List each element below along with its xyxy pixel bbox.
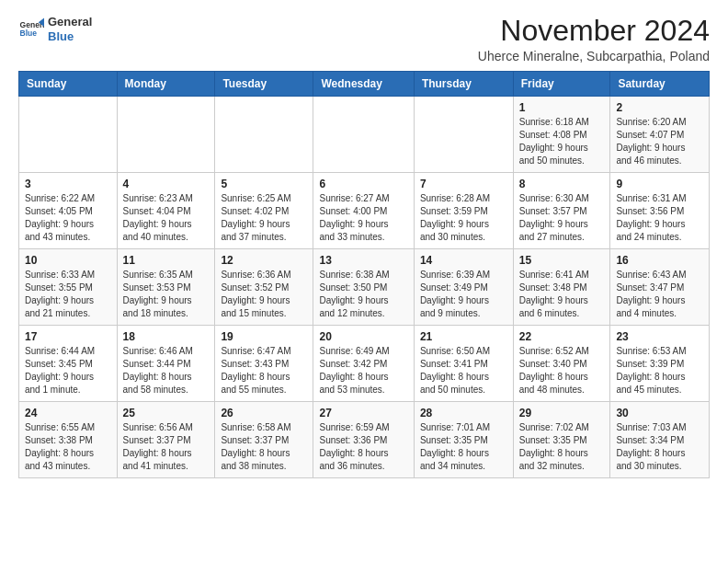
calendar-cell: 30Sunrise: 7:03 AM Sunset: 3:34 PM Dayli… — [610, 402, 710, 478]
calendar-cell: 9Sunrise: 6:31 AM Sunset: 3:56 PM Daylig… — [610, 173, 710, 249]
calendar-cell — [117, 97, 215, 173]
calendar-cell: 8Sunrise: 6:30 AM Sunset: 3:57 PM Daylig… — [513, 173, 610, 249]
day-info: Sunrise: 6:30 AM Sunset: 3:57 PM Dayligh… — [519, 192, 605, 244]
day-info: Sunrise: 6:58 AM Sunset: 3:37 PM Dayligh… — [221, 421, 307, 473]
day-info: Sunrise: 6:38 AM Sunset: 3:50 PM Dayligh… — [319, 269, 407, 320]
calendar-header: SundayMondayTuesdayWednesdayThursdayFrid… — [19, 72, 710, 97]
calendar-cell: 13Sunrise: 6:38 AM Sunset: 3:50 PM Dayli… — [313, 249, 414, 326]
calendar-cell: 28Sunrise: 7:01 AM Sunset: 3:35 PM Dayli… — [414, 402, 513, 478]
day-info: Sunrise: 6:33 AM Sunset: 3:55 PM Dayligh… — [25, 269, 111, 320]
calendar-cell: 18Sunrise: 6:46 AM Sunset: 3:44 PM Dayli… — [117, 326, 215, 402]
day-number: 2 — [616, 101, 703, 114]
logo-icon: General Blue — [18, 17, 44, 42]
day-info: Sunrise: 6:28 AM Sunset: 3:59 PM Dayligh… — [420, 192, 507, 244]
svg-text:Blue: Blue — [20, 29, 38, 38]
calendar-cell: 27Sunrise: 6:59 AM Sunset: 3:36 PM Dayli… — [313, 402, 414, 478]
day-info: Sunrise: 6:36 AM Sunset: 3:52 PM Dayligh… — [221, 269, 307, 320]
weekday-header-friday: Friday — [513, 72, 610, 97]
calendar-cell: 29Sunrise: 7:02 AM Sunset: 3:35 PM Dayli… — [513, 402, 610, 478]
day-number: 26 — [221, 407, 307, 419]
day-info: Sunrise: 7:01 AM Sunset: 3:35 PM Dayligh… — [420, 421, 507, 473]
day-number: 3 — [25, 178, 111, 190]
day-number: 27 — [319, 407, 407, 419]
day-number: 5 — [221, 178, 307, 190]
day-number: 30 — [616, 407, 703, 419]
calendar-cell: 7Sunrise: 6:28 AM Sunset: 3:59 PM Daylig… — [414, 173, 513, 249]
calendar-cell — [414, 97, 513, 173]
calendar-cell: 14Sunrise: 6:39 AM Sunset: 3:49 PM Dayli… — [414, 249, 513, 326]
day-info: Sunrise: 6:41 AM Sunset: 3:48 PM Dayligh… — [519, 269, 605, 320]
day-number: 21 — [420, 330, 507, 343]
day-info: Sunrise: 6:22 AM Sunset: 4:05 PM Dayligh… — [25, 192, 111, 244]
day-number: 10 — [25, 254, 111, 267]
logo-line1: General — [48, 15, 92, 29]
day-info: Sunrise: 7:03 AM Sunset: 3:34 PM Dayligh… — [616, 421, 703, 473]
day-number: 16 — [616, 254, 703, 267]
calendar-body: 1Sunrise: 6:18 AM Sunset: 4:08 PM Daylig… — [19, 97, 710, 478]
day-info: Sunrise: 6:59 AM Sunset: 3:36 PM Dayligh… — [319, 421, 407, 473]
title-section: November 2024 Uherce Mineralne, Subcarpa… — [478, 15, 710, 63]
header: General Blue General Blue November 2024 … — [18, 15, 710, 63]
day-number: 1 — [519, 101, 605, 114]
day-number: 9 — [616, 178, 703, 190]
calendar-cell: 5Sunrise: 6:25 AM Sunset: 4:02 PM Daylig… — [215, 173, 313, 249]
day-number: 15 — [519, 254, 605, 267]
calendar-cell: 1Sunrise: 6:18 AM Sunset: 4:08 PM Daylig… — [513, 97, 610, 173]
day-info: Sunrise: 6:50 AM Sunset: 3:41 PM Dayligh… — [420, 345, 507, 396]
calendar-cell: 24Sunrise: 6:55 AM Sunset: 3:38 PM Dayli… — [19, 402, 118, 478]
calendar-cell: 20Sunrise: 6:49 AM Sunset: 3:42 PM Dayli… — [313, 326, 414, 402]
day-info: Sunrise: 6:44 AM Sunset: 3:45 PM Dayligh… — [25, 345, 111, 396]
weekday-header-sunday: Sunday — [19, 72, 118, 97]
calendar-table: SundayMondayTuesdayWednesdayThursdayFrid… — [18, 71, 710, 478]
day-number: 18 — [123, 330, 210, 343]
weekday-header-saturday: Saturday — [610, 72, 710, 97]
day-info: Sunrise: 7:02 AM Sunset: 3:35 PM Dayligh… — [519, 421, 605, 473]
calendar-week-row: 24Sunrise: 6:55 AM Sunset: 3:38 PM Dayli… — [19, 402, 710, 478]
calendar-cell: 3Sunrise: 6:22 AM Sunset: 4:05 PM Daylig… — [19, 173, 118, 249]
day-info: Sunrise: 6:20 AM Sunset: 4:07 PM Dayligh… — [616, 116, 703, 167]
calendar-cell — [19, 97, 118, 173]
day-info: Sunrise: 6:25 AM Sunset: 4:02 PM Dayligh… — [221, 192, 307, 244]
day-number: 20 — [319, 330, 407, 343]
day-number: 6 — [319, 178, 407, 190]
calendar-cell: 22Sunrise: 6:52 AM Sunset: 3:40 PM Dayli… — [513, 326, 610, 402]
day-number: 19 — [221, 330, 307, 343]
day-info: Sunrise: 6:23 AM Sunset: 4:04 PM Dayligh… — [123, 192, 210, 244]
day-number: 29 — [519, 407, 605, 419]
calendar-cell — [215, 97, 313, 173]
day-info: Sunrise: 6:55 AM Sunset: 3:38 PM Dayligh… — [25, 421, 111, 473]
day-number: 24 — [25, 407, 111, 419]
calendar-week-row: 1Sunrise: 6:18 AM Sunset: 4:08 PM Daylig… — [19, 97, 710, 173]
calendar-cell: 2Sunrise: 6:20 AM Sunset: 4:07 PM Daylig… — [610, 97, 710, 173]
day-number: 17 — [25, 330, 111, 343]
calendar-cell: 23Sunrise: 6:53 AM Sunset: 3:39 PM Dayli… — [610, 326, 710, 402]
day-number: 13 — [319, 254, 407, 267]
calendar-cell: 19Sunrise: 6:47 AM Sunset: 3:43 PM Dayli… — [215, 326, 313, 402]
calendar-cell: 12Sunrise: 6:36 AM Sunset: 3:52 PM Dayli… — [215, 249, 313, 326]
calendar-cell: 17Sunrise: 6:44 AM Sunset: 3:45 PM Dayli… — [19, 326, 118, 402]
day-number: 23 — [616, 330, 703, 343]
day-info: Sunrise: 6:31 AM Sunset: 3:56 PM Dayligh… — [616, 192, 703, 244]
weekday-header-tuesday: Tuesday — [215, 72, 313, 97]
day-number: 8 — [519, 178, 605, 190]
calendar-cell — [313, 97, 414, 173]
calendar-cell: 16Sunrise: 6:43 AM Sunset: 3:47 PM Dayli… — [610, 249, 710, 326]
day-number: 14 — [420, 254, 507, 267]
weekday-header-thursday: Thursday — [414, 72, 513, 97]
calendar-cell: 11Sunrise: 6:35 AM Sunset: 3:53 PM Dayli… — [117, 249, 215, 326]
calendar-cell: 6Sunrise: 6:27 AM Sunset: 4:00 PM Daylig… — [313, 173, 414, 249]
calendar-week-row: 3Sunrise: 6:22 AM Sunset: 4:05 PM Daylig… — [19, 173, 710, 249]
day-info: Sunrise: 6:27 AM Sunset: 4:00 PM Dayligh… — [319, 192, 407, 244]
month-title: November 2024 — [478, 15, 710, 47]
calendar-cell: 21Sunrise: 6:50 AM Sunset: 3:41 PM Dayli… — [414, 326, 513, 402]
day-info: Sunrise: 6:35 AM Sunset: 3:53 PM Dayligh… — [123, 269, 210, 320]
day-number: 25 — [123, 407, 210, 419]
day-info: Sunrise: 6:49 AM Sunset: 3:42 PM Dayligh… — [319, 345, 407, 396]
day-number: 7 — [420, 178, 507, 190]
day-info: Sunrise: 6:56 AM Sunset: 3:37 PM Dayligh… — [123, 421, 210, 473]
logo: General Blue General Blue — [18, 15, 92, 43]
calendar-cell: 4Sunrise: 6:23 AM Sunset: 4:04 PM Daylig… — [117, 173, 215, 249]
day-number: 4 — [123, 178, 210, 190]
day-number: 12 — [221, 254, 307, 267]
calendar-week-row: 17Sunrise: 6:44 AM Sunset: 3:45 PM Dayli… — [19, 326, 710, 402]
